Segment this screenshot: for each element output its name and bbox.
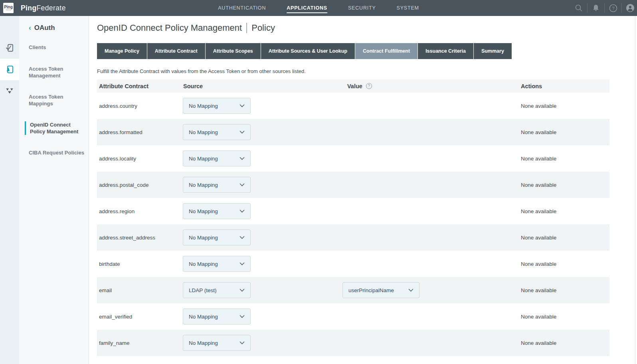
fulfillment-table: Attribute Contract Source Value ? Action…: [97, 79, 609, 356]
chevron-down-icon: [239, 341, 245, 344]
attribute-name: address.formatted: [99, 129, 142, 135]
ping-logo: Ping Identity: [3, 3, 14, 13]
chevron-down-icon: [239, 236, 245, 239]
page-title-row: OpenID Connect Policy Management Policy: [97, 23, 275, 33]
actions-text: None available: [521, 314, 556, 320]
tab-manage-policy[interactable]: Manage Policy: [97, 43, 147, 59]
source-dropdown[interactable]: No Mapping: [183, 177, 251, 193]
sidebar-item-openid-connect-policy-management[interactable]: OpenID Connect Policy Management: [25, 121, 85, 135]
tab-attribute-contract[interactable]: Attribute Contract: [147, 43, 205, 59]
source-dropdown-value: No Mapping: [189, 314, 218, 320]
header-value: Value ?: [342, 83, 521, 89]
source-dropdown[interactable]: No Mapping: [183, 124, 251, 140]
sidebar-section-oauth[interactable]: ‹OAuth: [29, 24, 55, 32]
chevron-down-icon: [408, 289, 413, 292]
table-row: email LDAP (test) userPrincipalName None…: [97, 277, 609, 303]
header-attribute-contract: Attribute Contract: [97, 83, 183, 89]
scrollbar-track-line: [635, 16, 635, 364]
value-dropdown-value: userPrincipalName: [348, 287, 394, 293]
attribute-name: address.street_address: [99, 235, 155, 241]
actions-text: None available: [521, 208, 556, 214]
sidebar-item-clients[interactable]: Clients: [29, 44, 85, 51]
nav-item-applications[interactable]: APPLICATIONS: [287, 0, 327, 16]
source-dropdown[interactable]: No Mapping: [183, 229, 251, 245]
attribute-name: email_verified: [99, 314, 132, 320]
table-row: address.region No Mapping None available: [97, 198, 609, 224]
table-row: address.locality No Mapping None availab…: [97, 145, 609, 172]
chevron-down-icon: [239, 315, 245, 318]
chevron-down-icon: [239, 131, 245, 134]
divider: [587, 3, 588, 13]
tab-attribute-sources-user-lookup[interactable]: Attribute Sources & User Lookup: [261, 43, 355, 59]
sidebar-item-ciba-request-policies[interactable]: CIBA Request Policies: [29, 149, 85, 156]
sidebar-item-access-token-mappings[interactable]: Access Token Mappings: [29, 93, 85, 107]
rail-item-clients[interactable]: [0, 37, 19, 59]
topbar-icons: ?: [574, 0, 635, 16]
source-dropdown-value: No Mapping: [189, 129, 218, 135]
user-avatar-icon[interactable]: [626, 4, 635, 12]
bell-icon[interactable]: [592, 4, 600, 12]
top-bar: Ping Identity PingFederate AUTHENTICATIO…: [0, 0, 637, 16]
table-row: family_name No Mapping None available: [97, 330, 609, 356]
header-actions: Actions: [521, 83, 609, 89]
section-title: OAuth: [34, 24, 55, 32]
tab-summary[interactable]: Summary: [474, 43, 512, 59]
chevron-down-icon: [239, 262, 245, 265]
chevron-down-icon: [239, 104, 245, 107]
paw-shield-icon: [5, 86, 14, 96]
table-row: email_verified No Mapping None available: [97, 303, 609, 330]
value-dropdown[interactable]: userPrincipalName: [342, 282, 419, 298]
actions-text: None available: [521, 235, 556, 241]
attribute-name: address.country: [99, 103, 137, 109]
actions-text: None available: [521, 261, 556, 267]
rail-item-mappings[interactable]: [0, 80, 19, 102]
page-title: OpenID Connect Policy Management: [97, 23, 242, 33]
primary-nav: AUTHENTICATIONAPPLICATIONSSECURITYSYSTEM: [218, 0, 419, 16]
page-subtitle: Policy: [251, 23, 275, 33]
source-dropdown[interactable]: No Mapping: [183, 150, 251, 166]
actions-text: None available: [521, 182, 556, 188]
search-icon[interactable]: [574, 4, 583, 12]
clipboard-check-icon: [5, 43, 14, 53]
divider: [621, 3, 622, 13]
source-dropdown[interactable]: No Mapping: [183, 309, 251, 324]
tab-issuance-criteria[interactable]: Issuance Criteria: [418, 43, 473, 59]
source-dropdown[interactable]: No Mapping: [183, 98, 251, 114]
source-dropdown[interactable]: No Mapping: [183, 256, 251, 272]
chevron-down-icon: [239, 157, 245, 160]
sidebar-item-access-token-management[interactable]: Access Token Management: [29, 65, 85, 79]
attribute-name: birthdate: [99, 261, 120, 267]
source-dropdown-value: LDAP (test): [189, 287, 217, 293]
source-dropdown[interactable]: LDAP (test): [183, 282, 251, 298]
source-dropdown-value: No Mapping: [189, 182, 218, 188]
chevron-down-icon: [239, 183, 245, 186]
token-document-icon: [5, 65, 14, 74]
nav-item-authentication[interactable]: AUTHENTICATION: [218, 0, 266, 16]
source-dropdown[interactable]: No Mapping: [183, 335, 251, 351]
attribute-name: address.postal_code: [99, 182, 149, 188]
nav-item-system[interactable]: SYSTEM: [397, 0, 419, 16]
header-source: Source: [183, 83, 342, 89]
svg-text:?: ?: [612, 6, 614, 10]
table-header-row: Attribute Contract Source Value ? Action…: [97, 79, 609, 93]
value-help-icon[interactable]: ?: [366, 83, 372, 89]
actions-text: None available: [521, 103, 556, 109]
tab-attribute-scopes[interactable]: Attribute Scopes: [206, 43, 261, 59]
attribute-name: address.region: [99, 208, 135, 214]
table-row: address.formatted No Mapping None availa…: [97, 119, 609, 145]
back-chevron-icon: ‹: [29, 24, 31, 32]
sidebar-menu: ‹OAuth ClientsAccess Token ManagementAcc…: [19, 16, 89, 364]
help-icon[interactable]: ?: [609, 4, 617, 12]
tab-contract-fulfillment[interactable]: Contract Fulfillment: [355, 43, 417, 59]
source-dropdown[interactable]: No Mapping: [183, 203, 251, 219]
actions-text: None available: [521, 287, 556, 293]
attribute-name: address.locality: [99, 156, 136, 162]
actions-text: None available: [521, 156, 556, 162]
divider: [604, 3, 605, 13]
rail-item-oauth-active[interactable]: [0, 59, 19, 80]
nav-item-security[interactable]: SECURITY: [348, 0, 376, 16]
icon-rail: [0, 16, 19, 364]
source-dropdown-value: No Mapping: [189, 208, 218, 214]
table-row: address.street_address No Mapping None a…: [97, 224, 609, 251]
source-dropdown-value: No Mapping: [189, 235, 218, 241]
